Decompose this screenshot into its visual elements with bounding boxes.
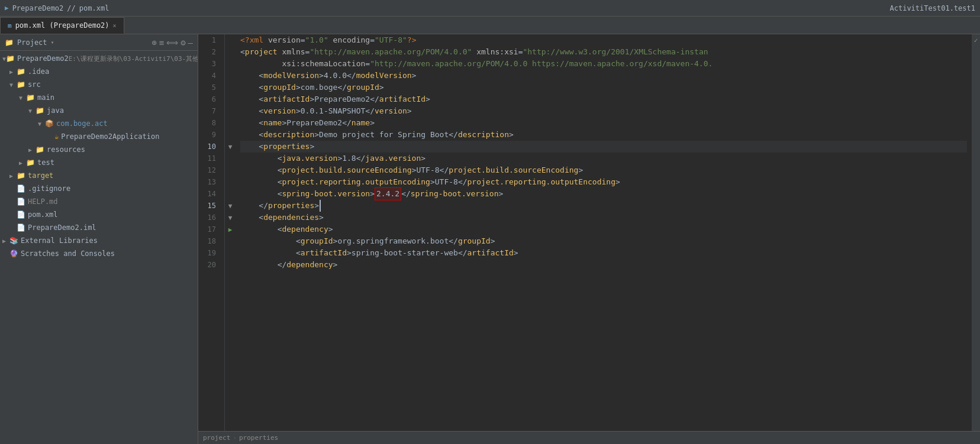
settings-icon[interactable]: ⚙ <box>180 38 185 47</box>
tree-gitignore-label: .gitignore <box>28 184 70 193</box>
tree-package[interactable]: ▼ 📦 com.boge.act <box>0 117 198 130</box>
tree-test-label: test <box>37 158 54 167</box>
tree-arrow-target: ▶ <box>9 173 17 179</box>
right-margin: ✓ <box>972 34 980 431</box>
code-line-8: <name>PrepareDemo2</name> <box>240 117 967 129</box>
tree-arrow-package: ▼ <box>38 121 45 127</box>
tree-arrow-src: ▼ <box>9 82 17 88</box>
title-bar-left: ▶ PrepareDemo2 // pom.xml <box>5 4 109 12</box>
tree-external-libs[interactable]: ▶ 📚 External Libraries <box>0 234 198 247</box>
sidebar-tools: ⊕ ≡ ⟺ ⚙ – <box>151 38 193 47</box>
tree-resources[interactable]: ▶ 📁 resources <box>0 143 198 156</box>
tree-java-label: java <box>47 106 64 115</box>
tree-idea-label: .idea <box>28 67 49 76</box>
gutter-fold-15[interactable]: ▼ <box>225 200 236 212</box>
project-icon-small: 📁 <box>5 38 14 47</box>
tree-src[interactable]: ▼ 📁 src <box>0 78 198 91</box>
gutter-9 <box>225 129 236 141</box>
ln-16: 16 <box>198 212 220 223</box>
test-folder-icon: 📁 <box>26 158 35 167</box>
ln-8: 8 <box>198 117 220 129</box>
breadcrumb: project › properties <box>203 434 278 442</box>
status-bar: project › properties <box>198 431 980 444</box>
gutter-11 <box>225 153 236 164</box>
code-line-7: <version>0.0.1-SNAPSHOT</version> <box>240 105 967 117</box>
tree-arrow-test: ▶ <box>19 160 26 166</box>
tree-main[interactable]: ▼ 📁 main <box>0 91 198 104</box>
tree-extlib-label: External Libraries <box>21 236 98 245</box>
add-dir-icon[interactable]: ⊕ <box>151 38 156 47</box>
tree-target[interactable]: ▶ 📁 target <box>0 169 198 182</box>
code-line-3: xsi:schemaLocation="http://maven.apache.… <box>240 58 967 70</box>
code-line-10: <properties> <box>240 141 967 153</box>
gutter-14 <box>225 188 236 200</box>
ln-1: 1 <box>198 34 220 46</box>
code-line-20: </dependency> <box>240 259 967 271</box>
ln-5: 5 <box>198 82 220 93</box>
tree-scratches[interactable]: 🔮 Scratches and Consoles <box>0 247 198 260</box>
tree-root[interactable]: ▼ 📁 PrepareDemo2 E:\课程更新录制\03-Activiti7\… <box>0 52 198 65</box>
gutter-18 <box>225 235 236 247</box>
tab-bar: m pom.xml (PrepareDemo2) × <box>0 17 980 34</box>
tree-arrow-idea: ▶ <box>9 69 17 75</box>
app-java-icon: ☕ <box>54 132 59 141</box>
tree-main-label: main <box>37 93 54 102</box>
code-line-14: <spring-boot.version>2.4.2</spring-boot.… <box>240 188 967 200</box>
iml-icon: 📄 <box>17 223 25 232</box>
code-line-16: <dependencies> <box>240 212 967 223</box>
tree-root-path: E:\课程更新录制\03-Activiti7\03-其他 <box>69 54 198 63</box>
code-line-19: <artifactId>spring-boot-starter-web</art… <box>240 247 967 259</box>
expand-all-icon[interactable]: ≡ <box>159 38 164 47</box>
main-layout: 📁 Project ▾ ⊕ ≡ ⟺ ⚙ – ▼ 📁 PrepareDemo2 E… <box>0 34 980 444</box>
tab-pom-xml[interactable]: m pom.xml (PrepareDemo2) × <box>0 17 124 34</box>
tree-gitignore[interactable]: 📄 .gitignore <box>0 182 198 195</box>
help-md-icon: 📄 <box>17 197 25 206</box>
gutter-20 <box>225 259 236 271</box>
tree-src-label: src <box>28 80 41 89</box>
dropdown-arrow-icon[interactable]: ▾ <box>51 39 54 46</box>
tab-close-button[interactable]: × <box>113 22 117 29</box>
code-line-15: </properties> <box>240 200 967 212</box>
tree-help-label: HELP.md <box>28 197 58 206</box>
tree-idea[interactable]: ▶ 📁 .idea <box>0 65 198 78</box>
tree-arrow-resources: ▶ <box>28 147 36 153</box>
tree-iml[interactable]: 📄 PrepareDemo2.iml <box>0 221 198 234</box>
code-line-13: <project.reporting.outputEncoding>UTF-8<… <box>240 176 967 188</box>
sidebar-title-label: Project <box>17 38 47 47</box>
title-separator: // <box>67 4 75 12</box>
tree-help-md[interactable]: 📄 HELP.md <box>0 195 198 208</box>
tree-test[interactable]: ▶ 📁 test <box>0 156 198 169</box>
code-editor[interactable]: <?xml version="1.0" encoding="UTF-8"?> <… <box>236 34 972 431</box>
src-folder-icon: 📁 <box>17 80 25 89</box>
root-folder-icon: 📁 <box>6 54 15 63</box>
tree-app-label: PrepareDemo2Application <box>61 132 159 141</box>
ln-2: 2 <box>198 46 220 58</box>
sidebar-header: 📁 Project ▾ ⊕ ≡ ⟺ ⚙ – <box>0 34 198 51</box>
title-bar: ▶ PrepareDemo2 // pom.xml ActivitiTest01… <box>0 0 980 17</box>
tree-pom-xml[interactable]: 📄 pom.xml <box>0 208 198 221</box>
code-line-11: <java.version>1.8</java.version> <box>240 153 967 164</box>
gutter-fold-10[interactable]: ▼ <box>225 141 236 153</box>
tree-java[interactable]: ▼ 📁 java <box>0 104 198 117</box>
pom-xml-icon: 📄 <box>17 210 25 219</box>
tree-iml-label: PrepareDemo2.iml <box>28 223 96 232</box>
scratches-icon: 🔮 <box>9 249 18 258</box>
gutter-1 <box>225 34 236 46</box>
tree-app[interactable]: ☕ PrepareDemo2Application <box>0 130 198 143</box>
project-icon: ▶ <box>5 4 9 12</box>
ext-lib-icon: 📚 <box>9 236 18 245</box>
resources-folder-icon: 📁 <box>36 145 44 154</box>
editor-content[interactable]: 1 2 3 4 5 6 7 8 9 10 11 12 13 14 15 16 1… <box>198 34 980 431</box>
ln-19: 19 <box>198 247 220 259</box>
collapse-all-icon[interactable]: ⟺ <box>166 38 178 47</box>
cursor <box>320 200 325 212</box>
gutter-fold-16[interactable]: ▼ <box>225 212 236 223</box>
minimize-icon[interactable]: – <box>188 38 193 47</box>
ln-3: 3 <box>198 58 220 70</box>
idea-folder-icon: 📁 <box>17 67 25 76</box>
title-file-name: pom.xml <box>79 4 109 12</box>
ln-11: 11 <box>198 153 220 164</box>
ln-9: 9 <box>198 129 220 141</box>
code-line-4: <modelVersion>4.0.0</modelVersion> <box>240 70 967 82</box>
tree-arrow-main: ▼ <box>19 95 26 101</box>
